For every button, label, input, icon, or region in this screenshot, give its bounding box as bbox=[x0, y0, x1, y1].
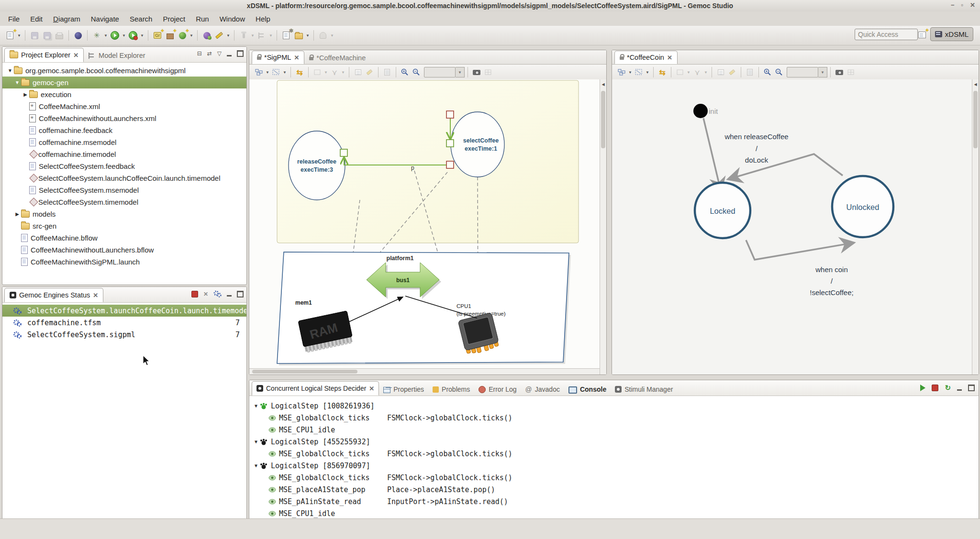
tree-item-src-gen[interactable]: src-gen bbox=[2, 220, 246, 232]
zoom-out-icon[interactable] bbox=[774, 67, 784, 77]
collapse-all-icon[interactable]: ⊟ bbox=[197, 50, 202, 57]
menu-file[interactable]: File bbox=[3, 13, 25, 24]
menu-project[interactable]: Project bbox=[157, 13, 190, 24]
select-mode-icon[interactable] bbox=[634, 67, 644, 77]
mse-event-row[interactable]: MSE_CPU1_idle bbox=[249, 507, 979, 519]
tree-item-coffemachine-msemodel[interactable]: coffemachine.msemodel bbox=[2, 136, 246, 148]
launch-green-button[interactable]: ✦ bbox=[177, 30, 188, 41]
input-port[interactable] bbox=[446, 140, 454, 147]
pin-button[interactable] bbox=[238, 30, 249, 41]
sigpml-canvas[interactable]: p releaseCoffee execTime:3 selectCoffee … bbox=[249, 79, 606, 374]
transition-label[interactable]: when releaseCoffee bbox=[724, 132, 788, 141]
engine-row-timemodel[interactable]: SelectCoffeeSystem.launchCoffeeCoin.laun… bbox=[2, 305, 246, 317]
run-configurations-dropdown[interactable]: ▼ bbox=[139, 33, 145, 38]
annotate-button[interactable] bbox=[213, 30, 225, 41]
mse-event-row[interactable]: MSE_pA1inState_readInputPort->pA1inState… bbox=[249, 495, 979, 507]
last-edit-button[interactable] bbox=[317, 30, 329, 41]
close-window-button[interactable]: ✕ bbox=[970, 1, 975, 9]
tab-coffeemachine[interactable]: *CoffeeMachine bbox=[304, 52, 370, 64]
select-mode-dropdown[interactable]: ▼ bbox=[282, 70, 288, 75]
stop-step-icon[interactable] bbox=[932, 385, 938, 391]
shape-tool-dropdown[interactable]: ▼ bbox=[686, 70, 691, 75]
tree-item-selectcoffeesystem-timemodel[interactable]: SelectCoffeeSystem.timemodel bbox=[2, 196, 246, 208]
screenshot-icon[interactable] bbox=[834, 67, 845, 77]
zoom-in-icon[interactable] bbox=[400, 67, 410, 77]
mse-event-row[interactable]: MSE_globalClock_ticksFSMClock->globalClo… bbox=[249, 412, 979, 424]
perspective-xdsml-button[interactable]: xDSML bbox=[930, 27, 973, 41]
tab-model-explorer[interactable]: Model Explorer bbox=[84, 49, 150, 62]
close-sigpml-tab-icon[interactable]: ✕ bbox=[294, 54, 299, 61]
coffeecoin-canvas[interactable]: init when releaseCoffee / doLock Locked … bbox=[612, 79, 979, 374]
paste-icon[interactable] bbox=[382, 67, 392, 77]
output-port[interactable] bbox=[446, 161, 454, 168]
open-folder-button[interactable] bbox=[293, 30, 304, 41]
mse-event-row[interactable]: MSE_placeA1State_popPlace->placeA1State.… bbox=[249, 484, 979, 495]
tree-item-models[interactable]: ▶models bbox=[2, 208, 246, 220]
connector-tool-dropdown[interactable]: ▼ bbox=[340, 70, 346, 75]
run-dropdown[interactable]: ▼ bbox=[121, 33, 127, 38]
menu-run[interactable]: Run bbox=[190, 13, 214, 24]
connector-tool-dropdown[interactable]: ▼ bbox=[703, 70, 709, 75]
zoom-level-dropdown[interactable]: ▼ bbox=[818, 67, 827, 77]
logical-step-row[interactable]: ▼ LogicalStep [856970097] bbox=[249, 460, 979, 472]
layout-dropdown[interactable]: ▼ bbox=[265, 70, 270, 75]
close-decider-tab-icon[interactable]: ✕ bbox=[369, 385, 374, 392]
tree-item-project[interactable]: ▼org.gemoc.sample.bcool.coffeemachinewit… bbox=[2, 65, 246, 77]
engine-gears-icon[interactable] bbox=[213, 290, 222, 297]
tree-item-coffeemachinewithsigpml-launch[interactable]: CoffeeMachinewithSigPML.launch bbox=[2, 256, 246, 268]
mse-event-row[interactable]: MSE_globalClock_ticksFSMClock->globalClo… bbox=[249, 448, 979, 460]
pin-dropdown[interactable]: ▼ bbox=[250, 33, 256, 38]
minimize-panel-icon[interactable] bbox=[957, 389, 962, 391]
transition-label[interactable]: / bbox=[831, 277, 833, 285]
layout-dropdown[interactable]: ▼ bbox=[627, 70, 633, 75]
link-with-editor-icon[interactable]: ⇄ bbox=[207, 50, 212, 57]
screenshot-icon[interactable] bbox=[471, 67, 482, 77]
maximize-view-icon[interactable] bbox=[237, 50, 244, 57]
menu-search[interactable]: Search bbox=[124, 13, 158, 24]
sigpml-hscrollbar[interactable] bbox=[249, 368, 600, 374]
tab-properties[interactable]: Properties bbox=[379, 383, 428, 396]
menu-navigate[interactable]: Navigate bbox=[86, 13, 124, 24]
open-folder-dropdown[interactable]: ▼ bbox=[305, 33, 311, 38]
minimize-engines-icon[interactable] bbox=[227, 295, 232, 297]
shape-tool-dropdown[interactable]: ▼ bbox=[323, 70, 329, 75]
paste-icon[interactable] bbox=[745, 67, 755, 77]
back-dropdown[interactable]: ▼ bbox=[329, 33, 335, 38]
tree-item-coffeemachine-wo-launchers-bflow[interactable]: CoffeeMachinewithoutLaunchers.bflow bbox=[2, 244, 246, 256]
search-icon[interactable] bbox=[72, 30, 84, 41]
play-step-icon[interactable] bbox=[920, 385, 925, 391]
tree-item-coffeemachine-bflow[interactable]: CoffeeMachine.bflow bbox=[2, 232, 246, 244]
mse-event-row[interactable]: MSE_CPU1_idle bbox=[249, 424, 979, 436]
mse-event-row[interactable]: MSE_globalClock_ticksFSMClock->globalClo… bbox=[249, 472, 979, 484]
grid-icon[interactable] bbox=[483, 67, 493, 77]
zoom-level-combo[interactable] bbox=[787, 67, 818, 77]
shape-tool-icon[interactable] bbox=[675, 67, 685, 77]
tab-concurrent-logical-steps-decider[interactable]: Concurrent Logical Steps Decider ✕ bbox=[252, 381, 379, 396]
tab-sigpml[interactable]: *SigPML ✕ bbox=[252, 51, 304, 64]
zoom-in-icon[interactable] bbox=[762, 67, 773, 77]
dispose-engine-icon[interactable]: ✕ bbox=[203, 291, 208, 297]
tab-problems[interactable]: Problems bbox=[428, 383, 474, 396]
initial-state[interactable] bbox=[693, 104, 708, 118]
close-engines-status-icon[interactable]: ✕ bbox=[93, 292, 98, 299]
model-spheres-icon[interactable] bbox=[201, 30, 212, 41]
input-port[interactable] bbox=[340, 149, 347, 156]
refresh-icon[interactable]: ⇆ bbox=[294, 67, 305, 77]
output-port[interactable] bbox=[446, 111, 454, 118]
coffeecoin-palette-strip[interactable]: ◀ bbox=[972, 79, 979, 374]
maximize-panel-icon[interactable] bbox=[968, 385, 975, 391]
transition-label[interactable]: doLock bbox=[745, 156, 768, 164]
save-button[interactable] bbox=[29, 30, 40, 41]
tab-console[interactable]: Console bbox=[564, 383, 611, 396]
menu-diagram[interactable]: Diagram bbox=[48, 13, 86, 24]
palette-collapse-icon[interactable]: ◀ bbox=[972, 82, 979, 87]
tab-project-explorer[interactable]: Project Explorer ✕ bbox=[4, 48, 84, 62]
type-hierarchy-button[interactable] bbox=[256, 30, 267, 41]
gemoc-engine-button[interactable]: Gr✦ bbox=[152, 30, 163, 41]
tree-item-coffemachine-timemodel[interactable]: coffemachine.timemodel bbox=[2, 148, 246, 160]
engine-row-sigpml[interactable]: SelectCoffeeSystem.sigpml 7 bbox=[2, 329, 246, 341]
edit-diagram-icon[interactable] bbox=[364, 67, 375, 77]
menu-help[interactable]: Help bbox=[250, 13, 276, 24]
menu-window[interactable]: Window bbox=[214, 13, 250, 24]
actor-releasecoffee[interactable] bbox=[289, 131, 345, 200]
